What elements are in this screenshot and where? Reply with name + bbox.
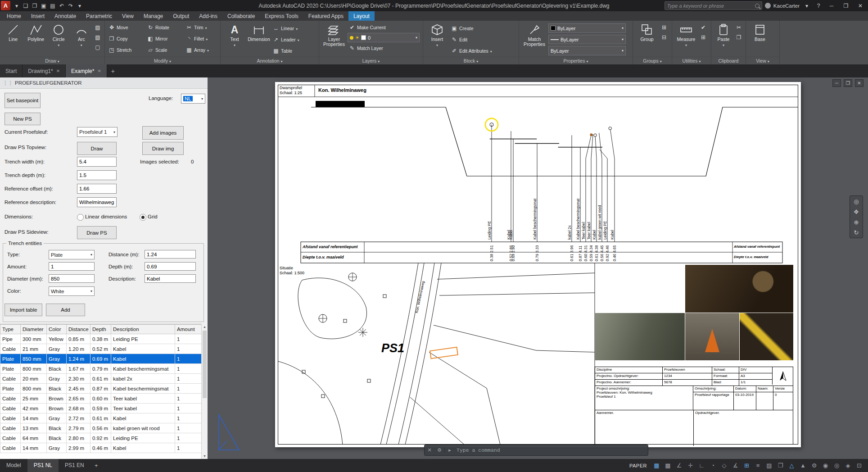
table-row[interactable]: Plate850 mmGray1.24 m0.69 mKabel1 <box>0 354 202 364</box>
add-button[interactable]: Add <box>46 304 85 316</box>
circle-button[interactable]: Circle <box>48 22 70 57</box>
draw-ps-button[interactable]: Draw PS <box>77 226 117 239</box>
layer-dropdown[interactable]: ☀ 0 ▾ <box>348 33 420 42</box>
scroll-up-icon[interactable]: ▲ <box>203 324 206 330</box>
table-cell[interactable]: 1 <box>175 443 202 453</box>
color-caret2-icon[interactable]: ▾ <box>90 289 92 293</box>
table-cell[interactable]: 13 mm <box>21 423 47 433</box>
cut-icon[interactable]: ✂ <box>734 23 743 32</box>
table-cell[interactable]: 0.69 m <box>90 354 111 364</box>
table-cell[interactable]: Cable <box>0 394 21 404</box>
linear-dimensions-radio-label[interactable]: Linear dimensions <box>85 214 127 219</box>
app-logo-icon[interactable]: A <box>1 1 10 10</box>
table-cell[interactable]: Cable <box>0 443 21 453</box>
table-cell[interactable]: 1 <box>175 394 202 404</box>
draw-topview-button[interactable]: Draw <box>77 142 117 155</box>
table-cell[interactable]: Kabel <box>111 344 175 354</box>
arc-caret-icon[interactable] <box>81 42 82 48</box>
command-line[interactable]: ✕ ⚙ ▸ Type a command <box>424 445 648 456</box>
table-cell[interactable]: 0.38 m <box>90 334 111 344</box>
user-menu-caret-icon[interactable]: ▾ <box>802 1 811 10</box>
object-snap-icon[interactable]: ⊞ <box>741 460 752 471</box>
table-cell[interactable]: 1 <box>175 334 202 344</box>
ribbon-tab-parametric[interactable]: Parametric <box>81 11 117 21</box>
table-cell[interactable]: 64 mm <box>21 433 47 443</box>
array-caret-icon[interactable] <box>207 47 209 53</box>
table-row[interactable]: Cable14 mmGray2.99 m0.46 mKabel1 <box>0 443 202 453</box>
type-dropdown[interactable]: Plate▾ <box>49 250 95 259</box>
trench-depth-input[interactable] <box>77 170 117 180</box>
diameter-input[interactable] <box>49 274 95 283</box>
depth-input[interactable] <box>145 262 196 271</box>
table-row[interactable]: Cable64 mmBlack2.80 m0.92 mLeiding PE1 <box>0 433 202 443</box>
mirror-button[interactable]: ◧Mirror <box>146 33 184 44</box>
layer-properties-button[interactable]: Layer Properties <box>321 22 347 57</box>
ribbon-tab-featured-apps[interactable]: Featured Apps <box>303 11 348 21</box>
gradient-icon[interactable]: ▧ <box>93 33 102 42</box>
stretch-button[interactable]: ◳Stretch <box>107 45 145 55</box>
linear-caret-icon[interactable] <box>296 26 298 31</box>
panel-label-block[interactable]: Block <box>423 57 519 64</box>
set-basepoint-button[interactable]: Set basepoint <box>5 93 41 108</box>
new-file-icon[interactable]: ❏ <box>21 1 30 10</box>
table-cell[interactable]: Yellow <box>47 334 67 344</box>
table-cell[interactable]: Plate <box>0 354 21 364</box>
table-cell[interactable]: Kabel beschermingsmat <box>111 364 175 374</box>
match-layer-button[interactable]: ✎Match Layer <box>348 44 420 52</box>
scrollbar-thumb[interactable] <box>203 331 207 398</box>
current-ps-caret-icon[interactable]: ▾ <box>113 130 115 134</box>
minimize-button[interactable]: ─ <box>826 0 837 11</box>
panel-label-clipboard[interactable]: Clipboard <box>711 57 746 64</box>
table-cell[interactable]: Cable <box>0 404 21 413</box>
layout-tab-ps1-nl[interactable]: PS1 NL <box>27 459 59 472</box>
column-header-type[interactable]: Type <box>0 325 21 334</box>
transparency-icon[interactable]: ▨ <box>764 460 774 471</box>
table-cell[interactable]: Black <box>47 433 67 443</box>
column-header-amount[interactable]: Amount <box>175 325 202 334</box>
draw-img-button[interactable]: Draw img <box>142 142 184 155</box>
table-cell[interactable]: 1 <box>175 433 202 443</box>
zoom-icon[interactable]: ⊕ <box>852 218 860 226</box>
snap-icon[interactable]: ▩ <box>663 460 673 471</box>
ribbon-tab-express-tools[interactable]: Express Tools <box>260 11 303 21</box>
edit-attributes-caret-icon[interactable] <box>490 48 492 54</box>
table-row[interactable]: Plate800 mmBlack1.67 m0.79 mKabel besche… <box>0 364 202 374</box>
type-caret-icon[interactable]: ▾ <box>90 253 92 257</box>
table-cell[interactable]: Cable <box>0 374 21 384</box>
table-cell[interactable]: 0.92 m <box>90 433 111 443</box>
redo-button[interactable]: ↷ <box>66 1 75 10</box>
language-dropdown[interactable]: NL ▾ <box>181 94 205 104</box>
close-tab-icon[interactable]: ✕ <box>97 68 101 73</box>
column-header-diameter[interactable]: Diameter <box>21 325 47 334</box>
boundary-icon[interactable]: ▢ <box>93 43 102 52</box>
table-cell[interactable]: Kabel <box>111 354 175 364</box>
table-cell[interactable]: kabel groen wit rood <box>111 423 175 433</box>
help-icon[interactable]: ? <box>814 1 823 10</box>
panel-label-utilities[interactable]: Utilities <box>672 57 711 64</box>
column-header-depth[interactable]: Depth <box>90 325 111 334</box>
leader-caret-icon[interactable] <box>298 37 299 42</box>
table-cell[interactable]: Kabel beschermingsmat <box>111 384 175 394</box>
isodraft-icon[interactable]: ◇ <box>719 460 729 471</box>
table-cell[interactable]: 1 <box>175 344 202 354</box>
table-row[interactable]: Cable14 mmGray2.72 m0.61 mKabel1 <box>0 413 202 423</box>
table-cell[interactable]: Leiding PE <box>111 433 175 443</box>
paste-caret-icon[interactable] <box>723 42 724 48</box>
plot-icon[interactable]: ▤ <box>48 1 57 10</box>
make-current-button[interactable]: ✔Make Current <box>348 23 420 32</box>
trim-caret-icon[interactable] <box>205 25 207 30</box>
annotation-monitor-icon[interactable]: ◉ <box>820 460 831 471</box>
table-cell[interactable]: 0.46 m <box>90 443 111 453</box>
current-ps-dropdown[interactable]: Proefsleuf 1 ▾ <box>77 127 118 137</box>
paste-button[interactable]: Paste <box>714 22 733 57</box>
graphics-performance-icon[interactable]: ◈ <box>843 460 853 471</box>
linear-dimensions-radio[interactable] <box>77 214 84 221</box>
hatch-icon[interactable]: ▨ <box>93 23 102 32</box>
table-cell[interactable]: 0.87 m <box>90 384 111 394</box>
help-search-input[interactable]: Type a keyword or phrase <box>665 1 762 10</box>
dimension-button[interactable]: Dimension <box>247 22 271 57</box>
table-cell[interactable]: 2.80 m <box>67 433 90 443</box>
table-cell[interactable]: 0.79 m <box>90 364 111 374</box>
table-cell[interactable]: 800 mm <box>21 384 47 394</box>
layer-dropdown-caret-icon[interactable]: ▾ <box>416 36 417 40</box>
